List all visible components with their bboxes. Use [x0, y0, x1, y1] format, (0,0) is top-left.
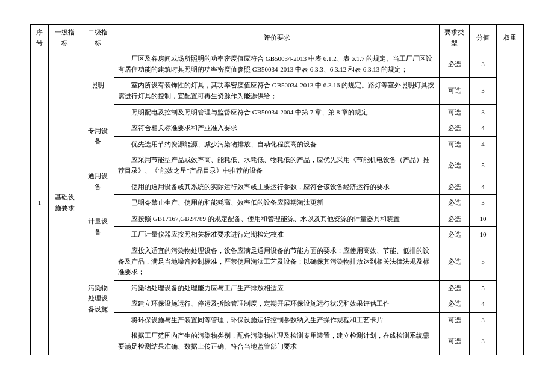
cell-requirement: 工厂计量仪器应按照相关标准要求进行定期检定校准 [114, 227, 440, 243]
cell-requirement: 污染物处理设备的处理能力应与工厂生产排放相适应 [114, 280, 440, 296]
cell-type: 必选 [440, 227, 470, 243]
header-level1: 一级指标 [49, 25, 81, 51]
table-row: 1基础设施要求照明厂区及各房间或场所照明的功率密度值应符合 GB50034-20… [31, 51, 524, 78]
cell-requirement: 室内所设有装饰性的灯具，其功率密度值应符合 GB50034-2013 中 6.3… [114, 78, 440, 104]
cell-requirement: 应按照 GB17167,GB24789 的规定配备、使用和管理能源、水以及其他资… [114, 211, 440, 227]
cell-score: 3 [470, 51, 497, 78]
cell-score: 3 [470, 78, 497, 104]
cell-level2: 计量设备 [81, 211, 114, 243]
header-weight: 权重 [497, 25, 524, 51]
cell-type: 必选 [440, 152, 470, 179]
header-row: 序号 一级指标 二级指标 评价要求 要求类型 分值 权重 [31, 25, 524, 51]
cell-requirement: 照明配电及控制及照明管理与监督应符合 GB50034-2004 中第 7 章、第… [114, 104, 440, 120]
cell-score: 10 [470, 227, 497, 243]
cell-level2: 污染物处理设备设施 [81, 243, 114, 355]
cell-level1: 基础设施要求 [49, 51, 81, 355]
cell-score: 4 [470, 179, 497, 195]
cell-type: 必选 [440, 51, 470, 78]
cell-type: 必选 [440, 211, 470, 227]
cell-requirement: 应建立环保设施运行、停运及拆除管理制度，定期开展环保设施运行状况和效果评估工作 [114, 296, 440, 313]
header-score: 分值 [470, 25, 497, 51]
evaluation-table: 序号 一级指标 二级指标 评价要求 要求类型 分值 权重 1基础设施要求照明厂区… [30, 24, 524, 355]
cell-requirement: 应符合相关标准要求和产业准入要求 [114, 120, 440, 137]
cell-type: 必选 [440, 179, 470, 195]
table-row: 计量设备应按照 GB17167,GB24789 的规定配备、使用和管理能源、水以… [31, 211, 524, 227]
cell-type: 必选 [440, 243, 470, 280]
cell-type: 必选 [440, 280, 470, 296]
table-row: 专用设备应符合相关标准要求和产业准入要求必选4 [31, 120, 524, 137]
cell-type: 可选 [440, 104, 470, 120]
cell-score: 5 [470, 280, 497, 296]
cell-type: 可选 [440, 78, 470, 104]
header-level2: 二级指标 [81, 25, 114, 51]
cell-score: 4 [470, 136, 497, 152]
cell-score: 5 [470, 152, 497, 179]
cell-requirement: 已明令禁止生产、使用的和能耗高、效率低的设备应限期淘汰更新 [114, 195, 440, 211]
cell-requirement: 使用的通用设备或其系统的实际运行效率或主要运行参数，应符合该设备经济运行的要求 [114, 179, 440, 195]
cell-score: 4 [470, 120, 497, 137]
cell-type: 可选 [440, 328, 470, 355]
cell-requirement: 将环保设施与生产装置同等管理，环保设施运行控制参数纳入生产操作规程和工艺卡片 [114, 312, 440, 328]
header-seq: 序号 [31, 25, 49, 51]
cell-weight [497, 51, 524, 355]
cell-score: 4 [470, 296, 497, 313]
cell-requirement: 应采用节能型产品或效率高、能耗低、水耗低、物耗低的产品，应优先采用《节能机电设备… [114, 152, 440, 179]
cell-score: 3 [470, 195, 497, 211]
cell-type: 必选 [440, 120, 470, 137]
cell-score: 3 [470, 328, 497, 355]
cell-requirement: 根据工厂范围内产生的污染物类别，配备污染物处理及检测专用装置，建立检测计划，在线… [114, 328, 440, 355]
cell-score: 10 [470, 211, 497, 227]
cell-requirement: 厂区及各房间或场所照明的功率密度值应符合 GB50034-2013 中表 6.1… [114, 51, 440, 78]
table-row: 通用设备应采用节能型产品或效率高、能耗低、水耗低、物耗低的产品，应优先采用《节能… [31, 152, 524, 179]
cell-level2: 照明 [81, 51, 114, 120]
table-row: 污染物处理设备设施应投入适宜的污染物处理设备，设备应满足通用设备的节能方面的要求… [31, 243, 524, 280]
cell-score: 3 [470, 312, 497, 328]
cell-type: 可选 [440, 312, 470, 328]
cell-score: 3 [470, 104, 497, 120]
cell-requirement: 应投入适宜的污染物处理设备，设备应满足通用设备的节能方面的要求；应使用高效、节能… [114, 243, 440, 280]
cell-requirement: 优先选用节约资源能源、减少污染物排放、自动化程度高的设备 [114, 136, 440, 152]
cell-level2: 专用设备 [81, 120, 114, 152]
cell-type: 可选 [440, 136, 470, 152]
header-type: 要求类型 [440, 25, 470, 51]
cell-score: 5 [470, 243, 497, 280]
cell-type: 必选 [440, 195, 470, 211]
header-req: 评价要求 [114, 25, 440, 51]
cell-level2: 通用设备 [81, 152, 114, 211]
cell-type: 必选 [440, 296, 470, 313]
cell-seq: 1 [31, 51, 49, 355]
